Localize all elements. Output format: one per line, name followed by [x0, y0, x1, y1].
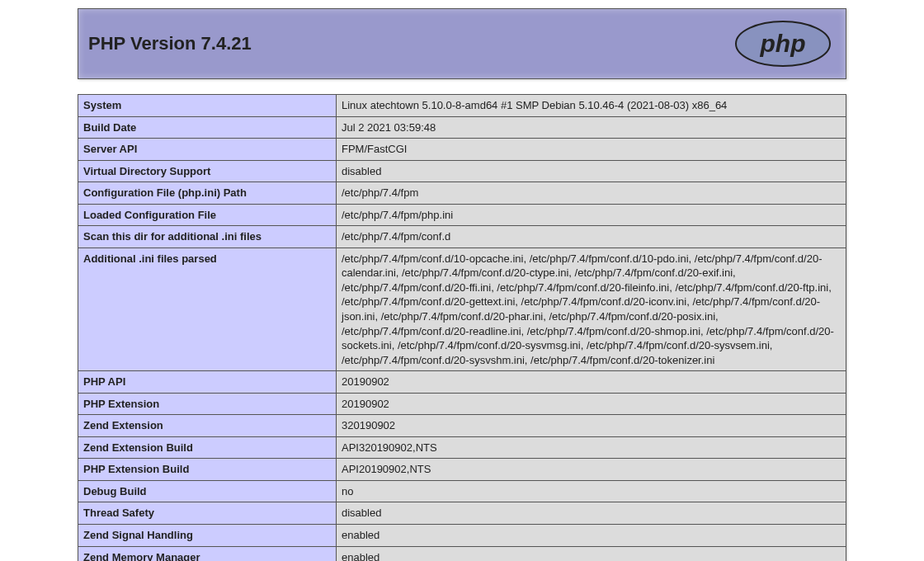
row-value: disabled — [337, 502, 846, 525]
row-label: Zend Extension Build — [78, 436, 337, 459]
page-title: PHP Version 7.4.21 — [88, 33, 252, 54]
row-value: Linux atechtown 5.10.0-8-amd64 #1 SMP De… — [337, 95, 846, 117]
row-label: System — [78, 95, 337, 117]
table-row: SystemLinux atechtown 5.10.0-8-amd64 #1 … — [78, 95, 846, 117]
row-label: Zend Extension — [78, 415, 337, 437]
row-value: /etc/php/7.4/fpm/conf.d/10-opcache.ini, … — [337, 248, 846, 370]
php-logo-icon: php — [733, 21, 832, 67]
row-label: Additional .ini files parsed — [78, 248, 337, 370]
row-value: enabled — [337, 546, 846, 561]
row-label: Debug Build — [78, 480, 337, 502]
row-label: PHP Extension — [78, 393, 337, 415]
header-bar: PHP Version 7.4.21 php — [78, 8, 846, 79]
row-label: Server API — [78, 139, 337, 161]
svg-text:php: php — [760, 30, 806, 57]
info-table: SystemLinux atechtown 5.10.0-8-amd64 #1 … — [78, 94, 846, 561]
row-label: PHP Extension Build — [78, 459, 337, 481]
row-label: Loaded Configuration File — [78, 204, 337, 226]
row-value: API320190902,NTS — [337, 436, 846, 459]
table-row: Debug Buildno — [78, 480, 846, 502]
table-row: Zend Extension320190902 — [78, 415, 846, 437]
row-value: FPM/FastCGI — [337, 139, 846, 161]
table-row: Loaded Configuration File/etc/php/7.4/fp… — [78, 204, 846, 226]
table-row: Zend Extension BuildAPI320190902,NTS — [78, 436, 846, 459]
table-row: Build DateJul 2 2021 03:59:48 — [78, 116, 846, 139]
row-value: 20190902 — [337, 371, 846, 394]
row-label: Thread Safety — [78, 502, 337, 525]
row-label: Configuration File (php.ini) Path — [78, 182, 337, 205]
row-label: Build Date — [78, 116, 337, 139]
table-row: Server APIFPM/FastCGI — [78, 139, 846, 161]
row-value: disabled — [337, 160, 846, 182]
table-row: Virtual Directory Supportdisabled — [78, 160, 846, 182]
row-value: 320190902 — [337, 415, 846, 437]
table-row: Zend Memory Managerenabled — [78, 546, 846, 561]
row-value: 20190902 — [337, 393, 846, 415]
row-label: Scan this dir for additional .ini files — [78, 226, 337, 248]
table-row: Additional .ini files parsed/etc/php/7.4… — [78, 248, 846, 370]
row-label: Virtual Directory Support — [78, 160, 337, 182]
table-row: Thread Safetydisabled — [78, 502, 846, 525]
row-value: /etc/php/7.4/fpm — [337, 182, 846, 205]
row-label: Zend Memory Manager — [78, 546, 337, 561]
row-value: API20190902,NTS — [337, 459, 846, 481]
table-row: Configuration File (php.ini) Path/etc/ph… — [78, 182, 846, 205]
table-row: Zend Signal Handlingenabled — [78, 525, 846, 547]
table-row: PHP Extension20190902 — [78, 393, 846, 415]
row-label: Zend Signal Handling — [78, 525, 337, 547]
table-row: Scan this dir for additional .ini files/… — [78, 226, 846, 248]
phpinfo-page: PHP Version 7.4.21 php SystemLinux atech… — [78, 8, 846, 561]
row-label: PHP API — [78, 371, 337, 394]
row-value: enabled — [337, 525, 846, 547]
row-value: /etc/php/7.4/fpm/php.ini — [337, 204, 846, 226]
row-value: no — [337, 480, 846, 502]
row-value: /etc/php/7.4/fpm/conf.d — [337, 226, 846, 248]
table-row: PHP API20190902 — [78, 371, 846, 394]
row-value: Jul 2 2021 03:59:48 — [337, 116, 846, 139]
table-row: PHP Extension BuildAPI20190902,NTS — [78, 459, 846, 481]
